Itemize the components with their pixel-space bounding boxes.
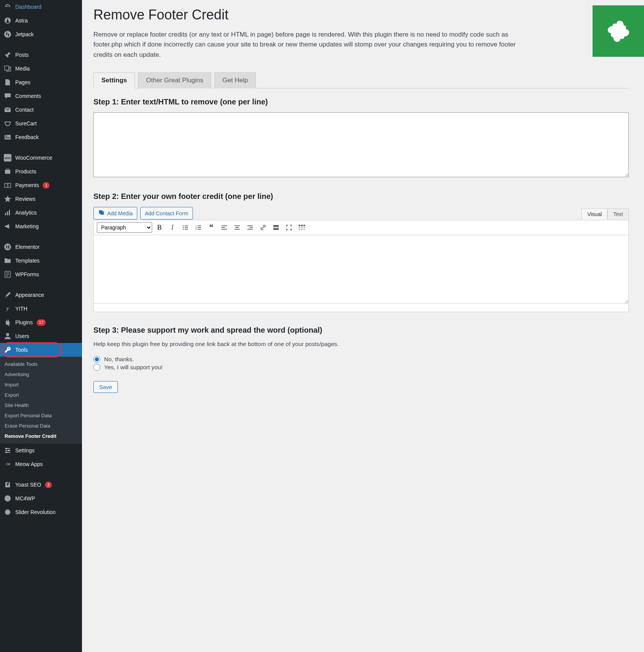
- admin-sidebar: Dashboard Astra Jetpack Posts Media Page…: [0, 0, 82, 652]
- menu-label: Media: [15, 66, 30, 72]
- svg-point-31: [183, 229, 184, 230]
- sidebar-item-mc4wp[interactable]: MC4WP: [0, 492, 82, 505]
- wrench-icon: [4, 346, 11, 354]
- svg-rect-43: [222, 229, 227, 230]
- quote-button[interactable]: ❝: [206, 222, 217, 233]
- tab-settings[interactable]: Settings: [93, 72, 135, 88]
- menu-label: Payments: [15, 182, 39, 188]
- subitem-advertising[interactable]: Advertising: [0, 369, 82, 380]
- sidebar-item-plugins[interactable]: Plugins 17: [0, 316, 82, 329]
- brush-icon: [4, 291, 11, 299]
- subitem-import[interactable]: Import: [0, 380, 82, 390]
- sidebar-item-posts[interactable]: Posts: [0, 48, 82, 62]
- link-button[interactable]: [257, 222, 269, 233]
- menu-label: Appearance: [15, 292, 44, 298]
- tab-get-help[interactable]: Get Help: [214, 72, 256, 88]
- sidebar-item-meow[interactable]: ෆM Meow Apps: [0, 457, 82, 471]
- svg-rect-61: [304, 229, 305, 231]
- remove-text-input[interactable]: [93, 112, 629, 177]
- svg-rect-46: [234, 229, 240, 230]
- sidebar-item-appearance[interactable]: Appearance: [0, 288, 82, 302]
- sidebar-item-analytics[interactable]: Analytics: [0, 206, 82, 219]
- number-list-button[interactable]: 123: [193, 222, 204, 233]
- format-select[interactable]: Paragraph: [97, 222, 152, 233]
- sidebar-item-products[interactable]: Products: [0, 165, 82, 178]
- add-contact-form-button[interactable]: Add Contact Form: [140, 207, 193, 219]
- svg-rect-52: [273, 228, 279, 230]
- align-right-button[interactable]: [244, 222, 256, 233]
- editor-tab-text[interactable]: Text: [607, 208, 629, 219]
- editor-tab-visual[interactable]: Visual: [581, 208, 607, 219]
- subitem-available-tools[interactable]: Available Tools: [0, 359, 82, 369]
- add-media-button[interactable]: Add Media: [93, 207, 137, 219]
- payments-icon: $: [4, 181, 11, 189]
- svg-rect-15: [6, 245, 7, 248]
- bold-button[interactable]: B: [154, 222, 165, 233]
- fullscreen-button[interactable]: [283, 222, 295, 233]
- svg-rect-6: [5, 138, 10, 138]
- tab-other-plugins[interactable]: Other Great Plugins: [138, 72, 211, 88]
- radio-yes[interactable]: Yes, I will support you!: [93, 364, 629, 371]
- sidebar-item-contact[interactable]: Contact: [0, 103, 82, 117]
- subitem-export-personal-data[interactable]: Export Personal Data: [0, 410, 82, 421]
- align-left-button[interactable]: [218, 222, 230, 233]
- toolbar-toggle-button[interactable]: [296, 222, 308, 233]
- sidebar-item-marketing[interactable]: Marketing: [0, 219, 82, 233]
- support-text: Help keep this plugin free by providing …: [93, 341, 629, 348]
- menu-label: Meow Apps: [15, 461, 43, 467]
- sidebar-item-slider[interactable]: Slider Revolution: [0, 505, 82, 519]
- sidebar-item-jetpack[interactable]: Jetpack: [0, 27, 82, 41]
- svg-rect-4: [5, 136, 7, 136]
- align-center-button[interactable]: [231, 222, 243, 233]
- editor-content[interactable]: [93, 235, 629, 304]
- sidebar-item-elementor[interactable]: Elementor: [0, 240, 82, 254]
- sidebar-item-pages[interactable]: Pages: [0, 75, 82, 89]
- sidebar-item-users[interactable]: Users: [0, 329, 82, 343]
- sidebar-item-comments[interactable]: Comments: [0, 89, 82, 103]
- svg-rect-51: [273, 227, 279, 228]
- sidebar-item-wpforms[interactable]: WPForms: [0, 268, 82, 281]
- svg-rect-38: [198, 226, 201, 226]
- sidebar-item-woocommerce[interactable]: woo WooCommerce: [0, 151, 82, 165]
- menu-label: Contact: [15, 107, 34, 113]
- sidebar-item-yith[interactable]: y YITH: [0, 302, 82, 316]
- sidebar-item-media[interactable]: Media: [0, 62, 82, 75]
- sidebar-item-payments[interactable]: $ Payments 1: [0, 178, 82, 192]
- media-icon: [4, 65, 11, 72]
- plugin-logo: [593, 5, 644, 57]
- subitem-remove-footer-credit[interactable]: Remove Footer Credit: [0, 431, 82, 441]
- badge: 1: [43, 182, 50, 189]
- sidebar-item-yoast[interactable]: Yoast SEO 2: [0, 478, 82, 492]
- subitem-erase-personal-data[interactable]: Erase Personal Data: [0, 421, 82, 431]
- save-button[interactable]: Save: [93, 381, 118, 393]
- sidebar-item-astra[interactable]: Astra: [0, 14, 82, 27]
- menu-label: Reviews: [15, 196, 35, 202]
- sidebar-item-reviews[interactable]: Reviews: [0, 192, 82, 206]
- sidebar-item-feedback[interactable]: Feedback: [0, 130, 82, 144]
- comments-icon: [4, 92, 11, 100]
- italic-button[interactable]: I: [167, 222, 178, 233]
- svg-rect-57: [301, 227, 303, 228]
- radio-no-input[interactable]: [93, 356, 100, 363]
- radio-no[interactable]: No, thanks.: [93, 356, 629, 363]
- sidebar-item-settings[interactable]: Settings: [0, 444, 82, 457]
- subitem-export[interactable]: Export: [0, 390, 82, 400]
- sidebar-item-templates[interactable]: Templates: [0, 254, 82, 268]
- mc4wp-icon: [4, 495, 11, 502]
- sidebar-item-surecart[interactable]: SureCart: [0, 117, 82, 130]
- settings-tabs: Settings Other Great Plugins Get Help: [93, 72, 629, 88]
- subitem-site-health[interactable]: Site Health: [0, 400, 82, 410]
- menu-label: Slider Revolution: [15, 509, 56, 515]
- menu-label: WooCommerce: [15, 155, 52, 161]
- readmore-button[interactable]: [270, 222, 282, 233]
- radio-yes-input[interactable]: [93, 364, 100, 371]
- menu-label: Feedback: [15, 134, 39, 140]
- page-description: Remove or replace footer credits (or any…: [93, 30, 520, 60]
- sidebar-item-dashboard[interactable]: Dashboard: [0, 0, 82, 14]
- sidebar-item-tools[interactable]: Tools: [0, 343, 82, 357]
- svg-rect-39: [198, 227, 201, 228]
- bullet-list-button[interactable]: [180, 222, 191, 233]
- svg-rect-7: [5, 170, 10, 174]
- svg-point-20: [6, 333, 9, 336]
- svg-point-1: [4, 31, 11, 38]
